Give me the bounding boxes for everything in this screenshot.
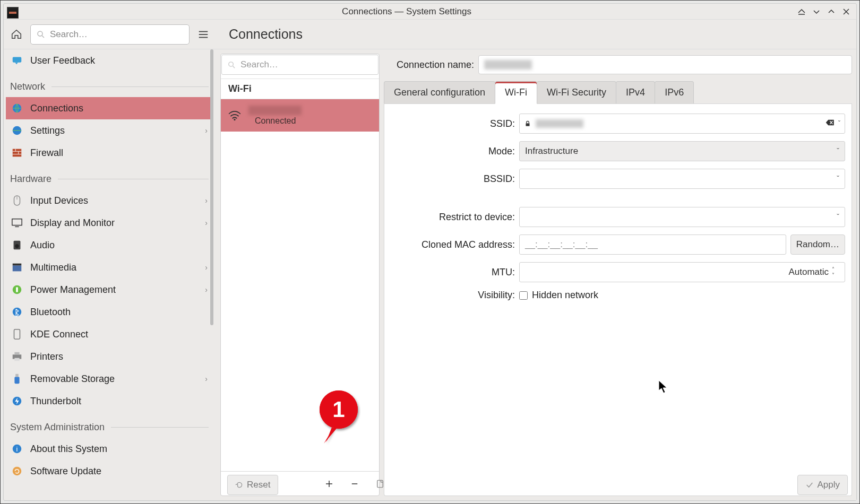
sidebar-search[interactable]: Search… (30, 24, 190, 45)
mtu-label: MTU: (391, 267, 519, 278)
globe-icon (10, 124, 24, 137)
sidebar-item-software-update[interactable]: Software Update (6, 460, 213, 482)
connection-list-item[interactable]: Connected (221, 99, 379, 132)
keep-above-icon[interactable] (795, 5, 809, 19)
mac-input[interactable]: __:__:__:__:__:__ (519, 234, 786, 255)
svg-rect-31 (14, 377, 19, 384)
apply-label: Apply (817, 480, 840, 490)
sidebar-item-label: Software Update (30, 466, 101, 477)
chevron-right-icon: › (205, 196, 208, 205)
sidebar-item-display[interactable]: Display and Monitor› (6, 212, 213, 234)
hidden-network-label: Hidden network (532, 290, 598, 301)
svg-rect-25 (16, 287, 18, 292)
feedback-icon (10, 54, 24, 67)
hidden-network-checkbox[interactable]: Hidden network (519, 290, 598, 301)
sidebar-item-about[interactable]: i About this System (6, 438, 213, 460)
tab-wifi[interactable]: Wi-Fi (495, 81, 537, 104)
restrict-combo[interactable]: ˇ (519, 207, 845, 227)
mac-label: Cloned MAC address: (391, 239, 519, 250)
tab-ipv6[interactable]: IPv6 (655, 81, 694, 103)
sidebar-item-label: KDE Connect (30, 329, 88, 340)
random-mac-button[interactable]: Random… (790, 234, 845, 255)
detail-tabs: General configuration Wi-Fi Wi-Fi Securi… (384, 81, 852, 104)
sidebar-scrollbar[interactable] (211, 49, 215, 500)
sidebar-item-label: Firewall (30, 147, 63, 159)
tab-general[interactable]: General configuration (384, 81, 495, 103)
sidebar-item-label: Bluetooth (30, 307, 71, 318)
ssid-value-redacted (536, 119, 583, 128)
globe-icon (10, 101, 24, 115)
svg-rect-22 (13, 265, 22, 271)
svg-rect-18 (12, 219, 22, 225)
mode-combo[interactable]: Infrastructureˇ (519, 141, 845, 161)
sidebar: User Feedback Network Connections Settin… (4, 49, 216, 500)
sidebar-item-firewall[interactable]: Firewall (6, 142, 213, 164)
svg-rect-27 (14, 329, 20, 339)
sidebar-item-input-devices[interactable]: Input Devices› (6, 189, 213, 212)
tab-ipv4[interactable]: IPv4 (616, 81, 655, 103)
phone-icon (10, 327, 24, 341)
tab-wifi-security[interactable]: Wi-Fi Security (537, 81, 616, 103)
svg-text:i: i (16, 445, 18, 453)
sidebar-item-removable[interactable]: Removable Storage› (6, 368, 213, 390)
svg-rect-23 (13, 264, 22, 266)
header-row: Search… Connections (4, 20, 856, 49)
sidebar-item-power[interactable]: Power Management› (6, 279, 213, 301)
sidebar-item-audio[interactable]: Audio (6, 234, 213, 256)
sidebar-item-label: Connections (30, 103, 83, 114)
close-icon[interactable] (839, 5, 853, 19)
clear-icon[interactable] (825, 119, 835, 128)
firewall-icon (10, 146, 24, 160)
mtu-spin[interactable]: Automatic˄˅ (519, 262, 845, 282)
clapper-icon (10, 260, 24, 274)
svg-point-37 (229, 62, 234, 66)
sidebar-item-printers[interactable]: Printers (6, 345, 213, 368)
svg-point-39 (234, 118, 235, 120)
printer-icon (10, 350, 24, 363)
lock-icon (524, 120, 531, 127)
sidebar-item-settings[interactable]: Settings› (6, 119, 213, 142)
sidebar-item-label: Thunderbolt (30, 396, 81, 407)
maximize-icon[interactable] (824, 5, 838, 19)
chevron-right-icon: › (205, 126, 208, 135)
svg-point-3 (38, 31, 42, 36)
svg-rect-30 (14, 358, 19, 361)
reset-label: Reset (247, 480, 270, 490)
sidebar-item-label: Display and Monitor (30, 218, 115, 229)
update-icon (10, 464, 24, 478)
window-controls (795, 5, 856, 19)
sidebar-item-kde-connect[interactable]: KDE Connect (6, 323, 213, 345)
svg-line-38 (233, 66, 235, 68)
svg-rect-50 (526, 123, 530, 126)
ssid-input[interactable]: ˇ (519, 114, 845, 134)
sidebar-item-bluetooth[interactable]: Bluetooth (6, 301, 213, 323)
bssid-combo[interactable]: ˇ (519, 169, 845, 189)
wifi-icon (227, 108, 242, 123)
connection-status: Connected (255, 116, 302, 126)
home-icon[interactable] (7, 25, 26, 44)
sidebar-section-hardware: Hardware (6, 168, 213, 189)
thunderbolt-icon (10, 394, 24, 408)
svg-text:1: 1 (332, 397, 345, 422)
connection-name-input[interactable] (478, 55, 852, 74)
spin-buttons[interactable]: ˄˅ (832, 266, 839, 278)
apply-button[interactable]: Apply (797, 475, 848, 495)
sidebar-item-multimedia[interactable]: Multimedia› (6, 256, 213, 279)
sidebar-item-user-feedback[interactable]: User Feedback (6, 49, 213, 72)
connections-search[interactable]: Search… (221, 55, 379, 75)
bottom-bar: Reset Apply (223, 472, 852, 498)
connection-name-redacted (248, 106, 302, 115)
connection-name-redacted (484, 60, 532, 69)
search-placeholder: Search… (240, 59, 278, 70)
reset-button[interactable]: Reset (227, 475, 278, 495)
minimize-icon[interactable] (810, 5, 823, 19)
mode-value: Infrastructure (525, 146, 578, 157)
chevron-down-icon: ˇ (837, 175, 839, 183)
connections-section-wifi: Wi-Fi (221, 79, 379, 99)
sidebar-item-connections[interactable]: Connections (6, 97, 213, 119)
chevron-down-icon[interactable]: ˇ (838, 120, 840, 127)
connection-name-label: Connection name: (384, 59, 478, 71)
sidebar-item-thunderbolt[interactable]: Thunderbolt (6, 390, 213, 412)
sidebar-item-label: Printers (30, 351, 63, 362)
menu-icon[interactable] (194, 25, 213, 44)
